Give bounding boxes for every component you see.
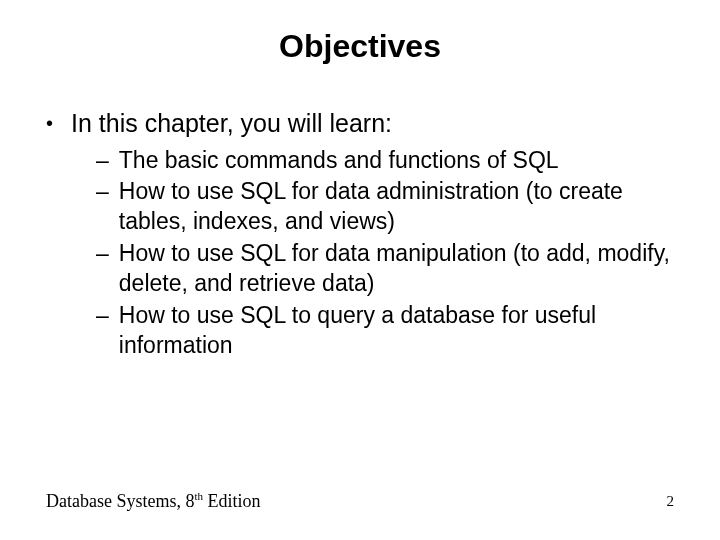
page-number: 2 (667, 493, 675, 510)
item-text: The basic commands and functions of SQL (119, 146, 684, 176)
content-area: • In this chapter, you will learn: – The… (0, 107, 720, 361)
list-item: – The basic commands and functions of SQ… (96, 146, 684, 176)
intro-item: • In this chapter, you will learn: (46, 107, 684, 140)
list-item: – How to use SQL for data manipulation (… (96, 239, 684, 299)
bullet-icon: • (46, 110, 53, 136)
sub-items: – The basic commands and functions of SQ… (46, 146, 684, 361)
list-item: – How to use SQL for data administration… (96, 177, 684, 237)
item-text: How to use SQL to query a database for u… (119, 301, 684, 361)
dash-icon: – (96, 239, 109, 269)
footer-prefix: Database Systems, 8 (46, 491, 194, 511)
footer-suffix: Edition (203, 491, 261, 511)
dash-icon: – (96, 146, 109, 176)
dash-icon: – (96, 301, 109, 331)
footer-sup: th (194, 490, 203, 502)
slide-title: Objectives (0, 28, 720, 65)
list-item: – How to use SQL to query a database for… (96, 301, 684, 361)
slide: Objectives • In this chapter, you will l… (0, 0, 720, 540)
item-text: How to use SQL for data manipulation (to… (119, 239, 684, 299)
footer-text: Database Systems, 8th Edition (46, 490, 261, 512)
item-text: How to use SQL for data administration (… (119, 177, 684, 237)
intro-text: In this chapter, you will learn: (71, 107, 392, 140)
dash-icon: – (96, 177, 109, 207)
